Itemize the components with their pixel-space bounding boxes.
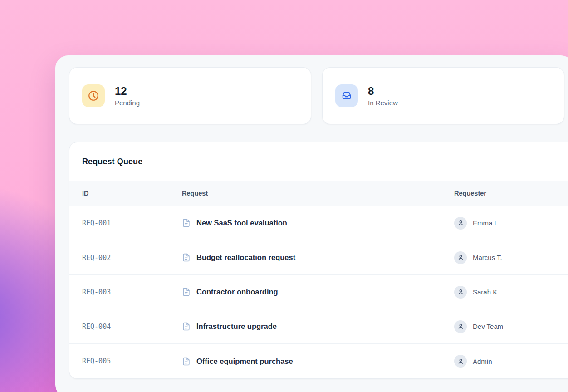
table-header-row: ID Request Requester [69, 181, 568, 206]
desktop-background: { "stats": [ { "value": "12", "label": "… [0, 0, 568, 392]
table-row[interactable]: REQ-005 Office equipment purchase [69, 344, 568, 378]
stat-card-in-review[interactable]: 8 In Review [322, 67, 564, 124]
column-header-request: Request [182, 190, 454, 197]
request-id: REQ-005 [82, 357, 182, 365]
table-title: Request Queue [82, 157, 142, 167]
user-icon [457, 289, 464, 295]
request-title: New SaaS tool evaluation [196, 219, 287, 227]
requester-name: Admin [473, 358, 492, 365]
requester-name: Marcus T. [473, 254, 502, 261]
avatar [454, 355, 467, 368]
avatar [454, 217, 467, 230]
request-cell: New SaaS tool evaluation [182, 219, 454, 227]
column-header-requester: Requester [454, 190, 568, 197]
user-icon [457, 220, 464, 226]
avatar [454, 251, 467, 264]
requester-cell: Emma L. [454, 217, 568, 230]
request-cell: Budget reallocation request [182, 253, 454, 262]
file-text-icon [182, 322, 191, 331]
stat-text: 12 Pending [115, 85, 140, 107]
user-icon [457, 254, 464, 261]
stat-value-in-review: 8 [368, 85, 398, 98]
user-icon [457, 358, 464, 365]
request-cell: Infrastructure upgrade [182, 322, 454, 331]
column-header-id: ID [82, 190, 182, 197]
stats-row: 12 Pending 8 In Review [69, 67, 564, 124]
clock-icon [82, 84, 105, 107]
request-id: REQ-002 [82, 254, 182, 262]
request-cell: Office equipment purchase [182, 357, 454, 366]
stat-label-pending: Pending [115, 99, 140, 107]
file-text-icon [182, 219, 191, 227]
avatar [454, 286, 467, 299]
request-title: Infrastructure upgrade [196, 322, 277, 331]
requester-cell: Marcus T. [454, 251, 568, 264]
table-row[interactable]: REQ-004 Infrastructure upgrade [69, 309, 568, 344]
requester-name: Sarah K. [473, 288, 499, 296]
request-id: REQ-004 [82, 323, 182, 331]
main-panel: 12 Pending 8 In Review Request Queue ID … [55, 55, 568, 392]
request-queue-card: Request Queue ID Request Requester REQ-0… [69, 142, 568, 379]
request-id: REQ-003 [82, 288, 182, 296]
inbox-icon [335, 84, 358, 107]
requester-name: Dev Team [473, 323, 503, 330]
table-title-bar: Request Queue [69, 142, 568, 181]
requester-cell: Admin [454, 355, 568, 368]
requester-cell: Dev Team [454, 320, 568, 333]
stat-card-pending[interactable]: 12 Pending [69, 67, 311, 124]
request-title: Contractor onboarding [196, 288, 278, 296]
file-text-icon [182, 357, 191, 366]
user-icon [457, 323, 464, 330]
stat-text: 8 In Review [368, 85, 398, 107]
request-title: Budget reallocation request [196, 253, 295, 262]
requester-name: Emma L. [473, 219, 500, 227]
stat-label-in-review: In Review [368, 99, 398, 107]
requester-cell: Sarah K. [454, 286, 568, 299]
request-id: REQ-001 [82, 219, 182, 227]
stat-value-pending: 12 [115, 85, 140, 98]
table-row[interactable]: REQ-003 Contractor onboarding [69, 275, 568, 309]
file-text-icon [182, 288, 191, 296]
file-text-icon [182, 253, 191, 262]
table-row[interactable]: REQ-001 New SaaS tool evaluation [69, 206, 568, 240]
table-row[interactable]: REQ-002 Budget reallocation request [69, 240, 568, 275]
request-cell: Contractor onboarding [182, 288, 454, 296]
request-title: Office equipment purchase [196, 357, 293, 366]
avatar [454, 320, 467, 333]
